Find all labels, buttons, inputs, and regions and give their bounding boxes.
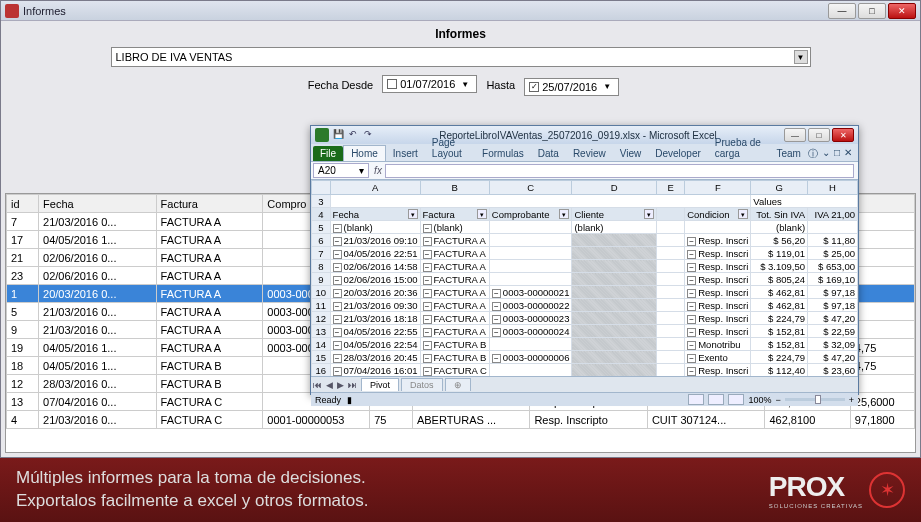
- grid-col-header[interactable]: Fecha: [39, 195, 157, 213]
- view-break-button[interactable]: [728, 394, 744, 405]
- ribbon-tab-page-layout[interactable]: Page Layout: [425, 135, 475, 161]
- fecha-hasta-input[interactable]: ✓ 25/07/2016 ▼: [524, 78, 619, 96]
- grid-col-header[interactable]: Factura: [156, 195, 263, 213]
- sheet-nav-last[interactable]: ⏭: [346, 380, 359, 390]
- ribbon-tab-insert[interactable]: Insert: [386, 146, 425, 161]
- ribbon-tab-review[interactable]: Review: [566, 146, 613, 161]
- table-row[interactable]: 421/03/2016 0...FACTURA C0001-0000005375…: [7, 411, 915, 429]
- tot-sin-iva-header: Tot. Sin IVA: [751, 208, 808, 221]
- date-filter-row: Fecha Desde 01/07/2016 ▼ Hasta ✓ 25/07/2…: [9, 75, 912, 96]
- col-header[interactable]: D: [572, 181, 657, 195]
- pivot-row[interactable]: 6−21/03/2016 09:10−FACTURA A−Resp. Inscr…: [312, 234, 858, 247]
- redo-icon[interactable]: ↷: [362, 129, 374, 141]
- sheet-tab-new[interactable]: ⊕: [445, 378, 471, 391]
- pivot-field-header[interactable]: Cliente▾: [572, 208, 657, 221]
- ribbon-tab-file[interactable]: File: [313, 146, 343, 161]
- pivot-row[interactable]: 13−04/05/2016 22:55−FACTURA A−0003-00000…: [312, 325, 858, 338]
- select-all-corner[interactable]: [312, 181, 331, 195]
- view-normal-button[interactable]: [688, 394, 704, 405]
- window-titlebar[interactable]: Informes — □ ✕: [1, 1, 920, 21]
- quick-access-toolbar[interactable]: 💾 ↶ ↷: [332, 129, 374, 141]
- pivot-row[interactable]: 10−20/03/2016 20:36−FACTURA A−0003-00000…: [312, 286, 858, 299]
- ribbon-tab-formulas[interactable]: Formulas: [475, 146, 531, 161]
- page-title: Informes: [9, 25, 912, 47]
- collapse-icon: −: [333, 237, 342, 246]
- ribbon-tab-team[interactable]: Team: [770, 146, 808, 161]
- excel-grid[interactable]: ABCDEFGH3Values4Fecha▾Factura▾Comprobant…: [311, 180, 858, 376]
- col-header[interactable]: B: [420, 181, 489, 195]
- filter-dropdown-icon: ▾: [408, 209, 418, 219]
- ribbon-help[interactable]: ⓘ⌄□✕: [808, 147, 856, 161]
- filter-dropdown-icon: ▾: [477, 209, 487, 219]
- checkbox-icon[interactable]: [387, 79, 397, 89]
- pivot-field-header[interactable]: Fecha▾: [330, 208, 420, 221]
- pivot-field-header[interactable]: Condicion▾: [685, 208, 751, 221]
- ribbon-tab-developer[interactable]: Developer: [648, 146, 708, 161]
- pivot-row[interactable]: 14−04/05/2016 22:54−FACTURA B−Monotribu$…: [312, 338, 858, 351]
- checkbox-icon[interactable]: ✓: [529, 82, 539, 92]
- col-header[interactable]: E: [657, 181, 685, 195]
- excel-maximize-button[interactable]: □: [808, 128, 830, 142]
- zoom-in-button[interactable]: +: [849, 395, 854, 405]
- pivot-row[interactable]: 5−(blank)−(blank)(blank)(blank): [312, 221, 858, 234]
- col-header[interactable]: H: [808, 181, 858, 195]
- ribbon-tab-prueba-de-carga[interactable]: Prueba de carga: [708, 135, 770, 161]
- excel-minimize-button[interactable]: —: [784, 128, 806, 142]
- pivot-field-header[interactable]: [657, 208, 685, 221]
- pivot-row[interactable]: 7−04/05/2016 22:51−FACTURA A−Resp. Inscr…: [312, 247, 858, 260]
- zoom-slider[interactable]: [785, 398, 845, 401]
- sheet-nav-prev[interactable]: ◀: [324, 380, 335, 390]
- col-header[interactable]: F: [685, 181, 751, 195]
- chevron-down-icon[interactable]: ▼: [600, 82, 614, 91]
- pivot-field-header[interactable]: Factura▾: [420, 208, 489, 221]
- sheet-tab-bar: ⏮ ◀ ▶ ⏭ Pivot Datos ⊕: [311, 376, 858, 392]
- hasta-label: Hasta: [486, 79, 515, 91]
- ribbon-tab-view[interactable]: View: [613, 146, 649, 161]
- sheet-tab-datos[interactable]: Datos: [401, 378, 443, 391]
- report-select[interactable]: LIBRO DE IVA VENTAS ▼: [111, 47, 811, 67]
- fecha-desde-input[interactable]: 01/07/2016 ▼: [382, 75, 477, 93]
- pivot-row[interactable]: 16−07/04/2016 16:01−FACTURA C−Resp. Insc…: [312, 364, 858, 377]
- formula-bar[interactable]: [385, 164, 854, 178]
- footer-line2: Exportalos facilmente a excel y otros fo…: [16, 490, 368, 513]
- col-header[interactable]: A: [330, 181, 420, 195]
- formula-bar-row: A20▾ fx: [311, 162, 858, 180]
- footer-line1: Múltiples informes para la toma de decis…: [16, 467, 368, 490]
- sheet-tab-pivot[interactable]: Pivot: [361, 378, 399, 391]
- macro-icon[interactable]: ▮: [347, 395, 352, 405]
- zoom-out-button[interactable]: −: [775, 395, 780, 405]
- fx-icon[interactable]: fx: [371, 165, 385, 176]
- sheet-nav-next[interactable]: ▶: [335, 380, 346, 390]
- pivot-row[interactable]: 12−21/03/2016 18:18−FACTURA A−0003-00000…: [312, 312, 858, 325]
- sheet-nav-first[interactable]: ⏮: [311, 380, 324, 390]
- undo-icon[interactable]: ↶: [347, 129, 359, 141]
- grid-col-header[interactable]: id: [7, 195, 39, 213]
- logo-mark-icon: ✶: [869, 472, 905, 508]
- chevron-down-icon[interactable]: ▼: [458, 80, 472, 89]
- save-icon[interactable]: 💾: [332, 129, 344, 141]
- pivot-row[interactable]: 8−02/06/2016 14:58−FACTURA A−Resp. Inscr…: [312, 260, 858, 273]
- maximize-button[interactable]: □: [858, 3, 886, 19]
- excel-status-bar: Ready ▮ 100% − +: [311, 392, 858, 406]
- name-box[interactable]: A20▾: [313, 163, 369, 178]
- minimize-ribbon-icon: ⌄: [822, 147, 830, 161]
- ribbon-tab-data[interactable]: Data: [531, 146, 566, 161]
- minimize-button[interactable]: —: [828, 3, 856, 19]
- close-button[interactable]: ✕: [888, 3, 916, 19]
- pivot-row[interactable]: 15−28/03/2016 20:45−FACTURA B−0003-00000…: [312, 351, 858, 364]
- excel-close-button[interactable]: ✕: [832, 128, 854, 142]
- app-icon: [5, 4, 19, 18]
- view-layout-button[interactable]: [708, 394, 724, 405]
- filter-dropdown-icon: ▾: [559, 209, 569, 219]
- window-title: Informes: [23, 5, 66, 17]
- pivot-row[interactable]: 11−21/03/2016 09:30−FACTURA A−0003-00000…: [312, 299, 858, 312]
- grid-col-header[interactable]: [850, 195, 914, 213]
- col-header[interactable]: C: [489, 181, 572, 195]
- col-header[interactable]: G: [751, 181, 808, 195]
- collapse-icon: −: [333, 341, 342, 350]
- ribbon-tab-home[interactable]: Home: [343, 145, 386, 161]
- pivot-field-header[interactable]: Comprobante▾: [489, 208, 572, 221]
- excel-titlebar[interactable]: 💾 ↶ ↷ ReporteLibroIVAVentas_25072016_091…: [311, 126, 858, 144]
- pivot-row[interactable]: 9−02/06/2016 15:00−FACTURA A−Resp. Inscr…: [312, 273, 858, 286]
- dropdown-icon[interactable]: ▼: [794, 50, 808, 64]
